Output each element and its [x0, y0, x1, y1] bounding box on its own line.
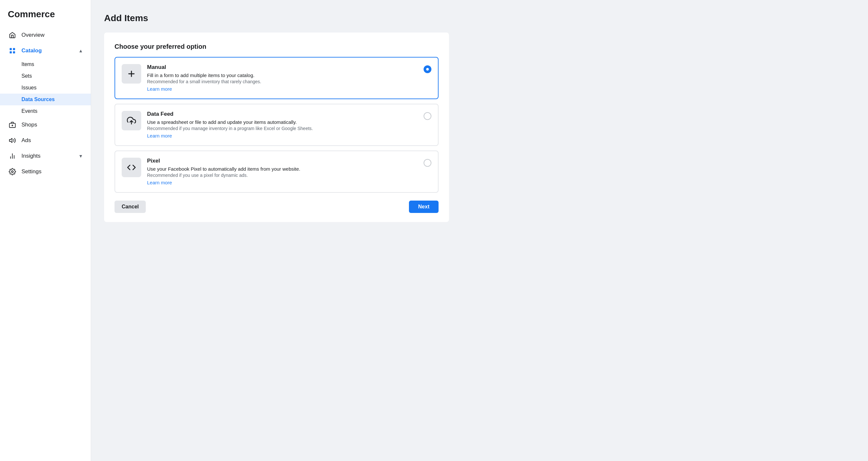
option-manual-radio[interactable] [424, 65, 431, 73]
sidebar-item-insights-label: Insights [22, 153, 41, 159]
sidebar-item-ads[interactable]: Ads [0, 133, 91, 148]
next-button[interactable]: Next [409, 201, 439, 213]
sidebar-item-data-sources[interactable]: Data Sources [0, 94, 91, 105]
sidebar-item-shops[interactable]: Shops [0, 117, 91, 133]
option-pixel-content: Pixel Use your Facebook Pixel to automat… [147, 158, 418, 186]
sidebar-item-insights[interactable]: Insights ▼ [0, 148, 91, 164]
svg-rect-1 [13, 48, 15, 50]
sidebar-item-settings[interactable]: Settings [0, 164, 91, 179]
svg-point-11 [11, 171, 13, 173]
sidebar-item-events[interactable]: Events [0, 105, 91, 117]
option-pixel-rec: Recommended if you use a pixel for dynam… [147, 173, 418, 178]
option-data-feed-title: Data Feed [147, 111, 418, 118]
svg-rect-0 [10, 48, 12, 50]
sidebar-item-catalog-label: Catalog [22, 47, 42, 54]
sidebar-item-overview-label: Overview [22, 32, 44, 38]
option-manual-desc: Fill in a form to add multiple items to … [147, 72, 418, 78]
insights-icon [8, 152, 17, 161]
app-title: Commerce [0, 9, 91, 27]
svg-rect-2 [10, 52, 12, 53]
option-data-feed-radio[interactable] [424, 112, 431, 120]
sidebar-item-settings-label: Settings [22, 168, 41, 175]
sidebar-item-items[interactable]: Items [0, 59, 91, 70]
sidebar-item-catalog[interactable]: Catalog ▲ [0, 43, 91, 59]
sidebar: Commerce Overview Catalog ▲ Items [0, 0, 91, 461]
option-data-feed-rec: Recommended if you manage inventory in a… [147, 126, 418, 131]
option-data-feed[interactable]: Data Feed Use a spreadsheet or file to a… [115, 104, 439, 146]
code-icon [122, 158, 141, 177]
option-manual-title: Manual [147, 64, 418, 71]
option-pixel-desc: Use your Facebook Pixel to automatically… [147, 166, 418, 172]
sidebar-item-issues[interactable]: Issues [0, 82, 91, 94]
card-subtitle: Choose your preferred option [115, 43, 439, 51]
chevron-up-icon: ▲ [79, 48, 83, 53]
grid-icon [8, 46, 17, 55]
option-manual[interactable]: Manual Fill in a form to add multiple it… [115, 57, 439, 99]
sidebar-item-ads-label: Ads [22, 137, 31, 144]
options-card: Choose your preferred option Manual Fill… [104, 33, 449, 222]
home-icon [8, 31, 17, 40]
plus-icon [122, 64, 141, 84]
chevron-down-icon: ▼ [79, 154, 83, 159]
card-footer: Cancel Next [115, 201, 439, 213]
option-manual-content: Manual Fill in a form to add multiple it… [147, 64, 418, 92]
option-data-feed-desc: Use a spreadsheet or file to add and upd… [147, 119, 418, 125]
shop-icon [8, 120, 17, 129]
catalog-subnav: Items Sets Issues Data Sources Events [0, 59, 91, 117]
settings-icon [8, 167, 17, 176]
main-content: Add Items Choose your preferred option M… [91, 0, 868, 461]
option-pixel-title: Pixel [147, 158, 418, 164]
ads-icon [8, 136, 17, 145]
sidebar-item-shops-label: Shops [22, 122, 37, 128]
option-manual-learn-more[interactable]: Learn more [147, 86, 172, 92]
option-pixel-radio[interactable] [424, 159, 431, 167]
option-manual-rec: Recommended for a small inventory that r… [147, 79, 418, 84]
page-title: Add Items [104, 13, 855, 24]
svg-rect-3 [13, 52, 15, 53]
cancel-button[interactable]: Cancel [115, 201, 146, 213]
option-pixel[interactable]: Pixel Use your Facebook Pixel to automat… [115, 151, 439, 193]
option-data-feed-learn-more[interactable]: Learn more [147, 133, 172, 138]
upload-icon [122, 111, 141, 130]
option-data-feed-content: Data Feed Use a spreadsheet or file to a… [147, 111, 418, 139]
sidebar-item-sets[interactable]: Sets [0, 70, 91, 82]
option-pixel-learn-more[interactable]: Learn more [147, 180, 172, 185]
svg-marker-7 [9, 138, 12, 143]
sidebar-item-overview[interactable]: Overview [0, 27, 91, 43]
